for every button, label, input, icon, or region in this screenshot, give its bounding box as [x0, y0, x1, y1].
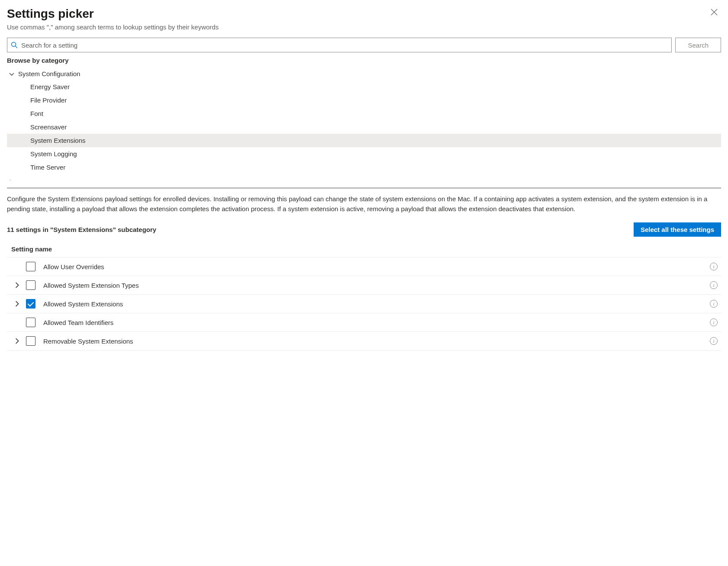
setting-checkbox[interactable]: [26, 318, 35, 327]
settings-count-label: 11 settings in "System Extensions" subca…: [7, 226, 156, 233]
category-tree: System Configuration Energy SaverFile Pr…: [7, 68, 721, 174]
setting-row: Allowed System Extension Typesi: [7, 276, 721, 295]
select-all-button[interactable]: Select all these settings: [634, 222, 721, 237]
setting-checkbox[interactable]: [26, 299, 35, 309]
tree-item[interactable]: Screensaver: [7, 120, 721, 134]
setting-label: Allow User Overrides: [43, 263, 710, 270]
tree-item[interactable]: Energy Saver: [7, 80, 721, 93]
info-icon[interactable]: i: [710, 318, 718, 326]
search-icon: [11, 42, 18, 48]
setting-label: Allowed Team Identifiers: [43, 319, 710, 326]
info-icon[interactable]: i: [710, 263, 718, 270]
search-button[interactable]: Search: [675, 38, 721, 52]
setting-row: Allow User Overridesi: [7, 257, 721, 276]
setting-label: Removable System Extensions: [43, 338, 710, 345]
svg-line-1: [15, 46, 17, 48]
tree-item[interactable]: Time Server: [7, 161, 721, 174]
info-icon[interactable]: i: [710, 337, 718, 345]
setting-checkbox[interactable]: [26, 336, 35, 346]
info-icon[interactable]: i: [710, 281, 718, 289]
tree-item[interactable]: File Provider: [7, 93, 721, 107]
tree-item[interactable]: Font: [7, 107, 721, 120]
truncation-mark: `: [7, 179, 721, 184]
setting-checkbox[interactable]: [26, 280, 35, 290]
expand-toggle[interactable]: [10, 338, 23, 344]
expand-toggle[interactable]: [10, 282, 23, 288]
page-subtitle: Use commas "," among search terms to loo…: [7, 23, 219, 31]
svg-point-0: [12, 42, 16, 47]
close-button[interactable]: [707, 7, 721, 19]
setting-row: Allowed System Extensionsi: [7, 295, 721, 313]
tree-category-label: System Configuration: [18, 70, 80, 77]
chevron-right-icon: [14, 282, 20, 288]
setting-checkbox[interactable]: [26, 262, 35, 271]
tree-category-system-configuration[interactable]: System Configuration: [7, 68, 721, 80]
tree-item[interactable]: System Logging: [7, 147, 721, 161]
browse-by-category-label: Browse by category: [7, 57, 721, 64]
setting-row: Removable System Extensionsi: [7, 332, 721, 351]
category-description: Configure the System Extensions payload …: [7, 194, 721, 214]
close-icon: [711, 9, 718, 16]
divider: [7, 188, 721, 188]
chevron-right-icon: [14, 301, 20, 307]
setting-row: Allowed Team Identifiersi: [7, 313, 721, 332]
info-icon[interactable]: i: [710, 300, 718, 308]
setting-label: Allowed System Extension Types: [43, 282, 710, 289]
search-input[interactable]: [21, 42, 668, 49]
column-header-setting-name: Setting name: [7, 243, 721, 257]
page-title: Settings picker: [7, 7, 219, 21]
expand-toggle[interactable]: [10, 301, 23, 307]
chevron-down-icon: [9, 71, 15, 77]
tree-item[interactable]: System Extensions: [7, 134, 721, 147]
search-box[interactable]: [7, 38, 672, 52]
setting-label: Allowed System Extensions: [43, 300, 710, 308]
chevron-right-icon: [14, 338, 20, 344]
